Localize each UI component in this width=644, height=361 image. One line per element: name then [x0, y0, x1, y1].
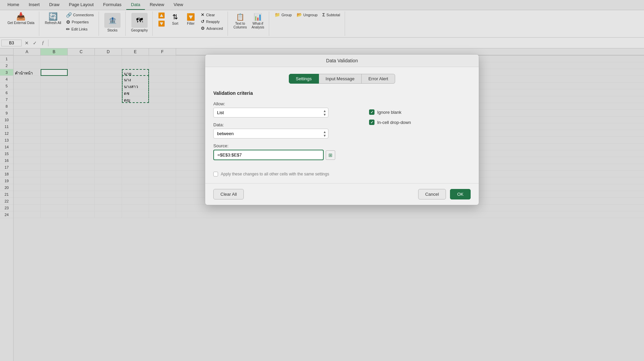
range-select-icon: ⊞: [328, 152, 332, 158]
apply-changes-label: Apply these changes to all other cells w…: [221, 172, 329, 176]
ok-button[interactable]: OK: [450, 189, 471, 199]
in-cell-dropdown-checkbox[interactable]: ✓: [369, 120, 374, 125]
source-label: Source:: [213, 143, 335, 148]
source-input[interactable]: [213, 150, 324, 160]
allow-field-row: Allow: Any value Whole number Decimal Li…: [213, 101, 335, 118]
allow-select[interactable]: Any value Whole number Decimal List Date…: [213, 108, 328, 118]
in-cell-dropdown-row[interactable]: ✓ In-cell drop-down: [369, 120, 471, 125]
in-cell-dropdown-check-icon: ✓: [370, 120, 373, 125]
allow-select-wrapper: Any value Whole number Decimal List Date…: [213, 108, 328, 118]
data-field-row: Data: between not between equal to not e…: [213, 122, 335, 139]
ignore-blank-label: Ignore blank: [377, 110, 402, 115]
dialog-main-row: Allow: Any value Whole number Decimal Li…: [213, 101, 471, 165]
dialog-tab-error-alert[interactable]: Error Alert: [362, 74, 395, 84]
ignore-blank-check-icon: ✓: [370, 110, 373, 114]
cancel-button[interactable]: Cancel: [418, 189, 446, 199]
dialog-title: Data Validation: [205, 55, 479, 67]
allow-label: Allow:: [213, 101, 335, 106]
validation-criteria-title: Validation criteria: [213, 90, 471, 96]
dialog-tab-bar: Settings Input Message Error Alert: [213, 74, 471, 84]
dialog-tab-settings[interactable]: Settings: [289, 74, 319, 84]
data-select-wrapper: between not between equal to not equal t…: [213, 129, 328, 139]
dialog-tab-input-message[interactable]: Input Message: [319, 74, 362, 84]
data-validation-dialog: Data Validation Settings Input Message E…: [205, 54, 479, 205]
apply-row: Apply these changes to all other cells w…: [213, 172, 471, 176]
right-checkboxes: ✓ Ignore blank ✓ In-cell drop-down: [369, 101, 471, 165]
data-select[interactable]: between not between equal to not equal t…: [213, 129, 328, 139]
ignore-blank-checkbox[interactable]: ✓: [369, 109, 374, 115]
clear-all-button[interactable]: Clear All: [213, 189, 244, 199]
dialog-footer: Clear All Cancel OK: [205, 183, 479, 205]
source-range-button[interactable]: ⊞: [326, 150, 335, 160]
data-label: Data:: [213, 122, 335, 127]
apply-changes-checkbox[interactable]: [213, 172, 218, 176]
source-row: ⊞: [213, 150, 335, 160]
in-cell-dropdown-label: In-cell drop-down: [377, 120, 411, 125]
dialog-body: Settings Input Message Error Alert Valid…: [205, 67, 479, 183]
source-field-row: Source: ⊞: [213, 143, 335, 160]
ignore-blank-row[interactable]: ✓ Ignore blank: [369, 109, 471, 115]
left-fields: Allow: Any value Whole number Decimal Li…: [213, 101, 335, 165]
dialog-footer-right: Cancel OK: [418, 189, 471, 199]
